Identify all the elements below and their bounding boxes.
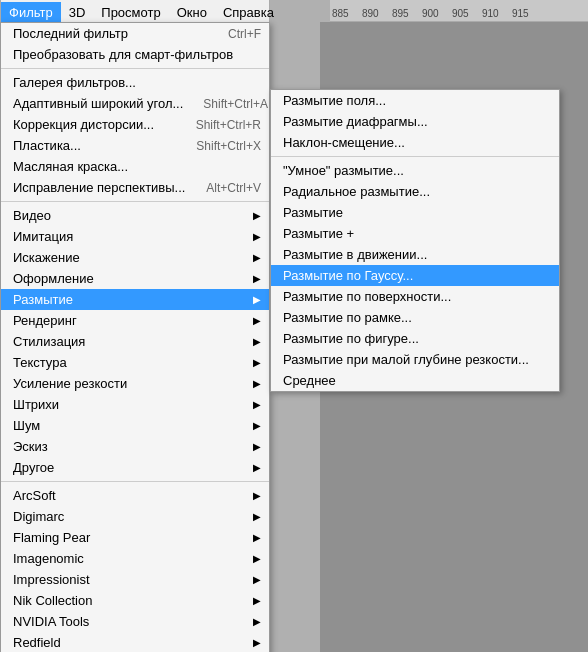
- menu-style[interactable]: Оформление ▶: [1, 268, 269, 289]
- menu-gallery[interactable]: Галерея фильтров...: [1, 72, 269, 93]
- ruler-tick: 915: [510, 8, 540, 19]
- blur-field[interactable]: Размытие поля...: [271, 90, 559, 111]
- blur-motion[interactable]: Размытие в движении...: [271, 244, 559, 265]
- blur-box[interactable]: Размытие по рамке...: [271, 307, 559, 328]
- menu-3d[interactable]: 3D: [61, 2, 94, 23]
- blur-gaussian[interactable]: Размытие по Гауссу...: [271, 265, 559, 286]
- ruler-tick: 910: [480, 8, 510, 19]
- menu-last-filter[interactable]: Последний фильтр Ctrl+F: [1, 23, 269, 44]
- ruler-tick: 885: [330, 8, 360, 19]
- menu-noise[interactable]: Шум ▶: [1, 415, 269, 436]
- arrow-icon: ▶: [253, 553, 261, 564]
- arrow-icon: ▶: [253, 420, 261, 431]
- arrow-icon: ▶: [253, 511, 261, 522]
- menu-oil-paint[interactable]: Масляная краска...: [1, 156, 269, 177]
- arrow-icon: ▶: [253, 357, 261, 368]
- menu-sketch[interactable]: Эскиз ▶: [1, 436, 269, 457]
- arrow-icon: ▶: [253, 252, 261, 263]
- menu-render[interactable]: Рендеринг ▶: [1, 310, 269, 331]
- arrow-icon: ▶: [253, 462, 261, 473]
- menu-filter[interactable]: Фильтр: [1, 2, 61, 23]
- separator-1: [1, 68, 269, 69]
- blur-tilt-shift[interactable]: Наклон-смещение...: [271, 132, 559, 153]
- menu-impressionist[interactable]: Impressionist ▶: [1, 569, 269, 590]
- menu-sharpen[interactable]: Усиление резкости ▶: [1, 373, 269, 394]
- arrow-icon: ▶: [253, 231, 261, 242]
- arrow-icon: ▶: [253, 441, 261, 452]
- blur-plus[interactable]: Размытие +: [271, 223, 559, 244]
- menu-nik-collection[interactable]: Nik Collection ▶: [1, 590, 269, 611]
- ruler: 885 890 895 900 905 910 915: [330, 0, 588, 22]
- menu-imitation[interactable]: Имитация ▶: [1, 226, 269, 247]
- blur-plain[interactable]: Размытие: [271, 202, 559, 223]
- ruler-tick: 890: [360, 8, 390, 19]
- arrow-icon: ▶: [253, 616, 261, 627]
- arrow-icon: ▶: [253, 595, 261, 606]
- arrow-icon: ▶: [253, 532, 261, 543]
- ruler-tick: 900: [420, 8, 450, 19]
- arrow-icon: ▶: [253, 315, 261, 326]
- menu-wide-angle[interactable]: Адаптивный широкий угол... Shift+Ctrl+A: [1, 93, 269, 114]
- menu-distort[interactable]: Искажение ▶: [1, 247, 269, 268]
- blur-average[interactable]: Среднее: [271, 370, 559, 391]
- menu-window[interactable]: Окно: [169, 2, 215, 23]
- blur-lens[interactable]: Размытие при малой глубине резкости...: [271, 349, 559, 370]
- menu-video[interactable]: Видео ▶: [1, 205, 269, 226]
- menu-texture[interactable]: Текстура ▶: [1, 352, 269, 373]
- menu-flaming-pear[interactable]: Flaming Pear ▶: [1, 527, 269, 548]
- arrow-icon: ▶: [253, 399, 261, 410]
- blur-smart[interactable]: "Умное" размытие...: [271, 160, 559, 181]
- blur-shape[interactable]: Размытие по фигуре...: [271, 328, 559, 349]
- blur-separator: [271, 156, 559, 157]
- menu-other[interactable]: Другое ▶: [1, 457, 269, 478]
- blur-surface[interactable]: Размытие по поверхности...: [271, 286, 559, 307]
- arrow-icon: ▶: [253, 574, 261, 585]
- separator-3: [1, 481, 269, 482]
- menu-perspective[interactable]: Исправление перспективы... Alt+Ctrl+V: [1, 177, 269, 198]
- separator-2: [1, 201, 269, 202]
- ruler-tick: 895: [390, 8, 420, 19]
- menu-smart-filter[interactable]: Преобразовать для смарт-фильтров: [1, 44, 269, 65]
- ruler-numbers: 885 890 895 900 905 910 915: [330, 8, 540, 19]
- menu-distortion[interactable]: Коррекция дисторсии... Shift+Ctrl+R: [1, 114, 269, 135]
- arrow-icon: ▶: [253, 336, 261, 347]
- blur-submenu: Размытие поля... Размытие диафрагмы... Н…: [270, 89, 560, 392]
- arrow-icon: ▶: [253, 378, 261, 389]
- arrow-icon: ▶: [253, 490, 261, 501]
- blur-iris[interactable]: Размытие диафрагмы...: [271, 111, 559, 132]
- menu-stylize[interactable]: Стилизация ▶: [1, 331, 269, 352]
- menu-strokes[interactable]: Штрихи ▶: [1, 394, 269, 415]
- arrow-icon: ▶: [253, 273, 261, 284]
- menu-redfield[interactable]: Redfield ▶: [1, 632, 269, 652]
- menu-arcsoft[interactable]: ArcSoft ▶: [1, 485, 269, 506]
- arrow-icon: ▶: [253, 210, 261, 221]
- blur-submenu-container: Размытие ▶ Размытие поля... Размытие диа…: [1, 289, 269, 310]
- menu-help[interactable]: Справка: [215, 2, 282, 23]
- arrow-icon: ▶: [253, 637, 261, 648]
- menu-view[interactable]: Просмотр: [93, 2, 168, 23]
- filter-dropdown: Последний фильтр Ctrl+F Преобразовать дл…: [0, 22, 270, 652]
- blur-radial[interactable]: Радиальное размытие...: [271, 181, 559, 202]
- menu-digimarc[interactable]: Digimarc ▶: [1, 506, 269, 527]
- ruler-tick: 905: [450, 8, 480, 19]
- menu-imagenomic[interactable]: Imagenomic ▶: [1, 548, 269, 569]
- menu-nvidia[interactable]: NVIDIA Tools ▶: [1, 611, 269, 632]
- arrow-icon: ▶: [253, 294, 261, 305]
- menu-blur[interactable]: Размытие ▶: [1, 289, 269, 310]
- menu-liquify[interactable]: Пластика... Shift+Ctrl+X: [1, 135, 269, 156]
